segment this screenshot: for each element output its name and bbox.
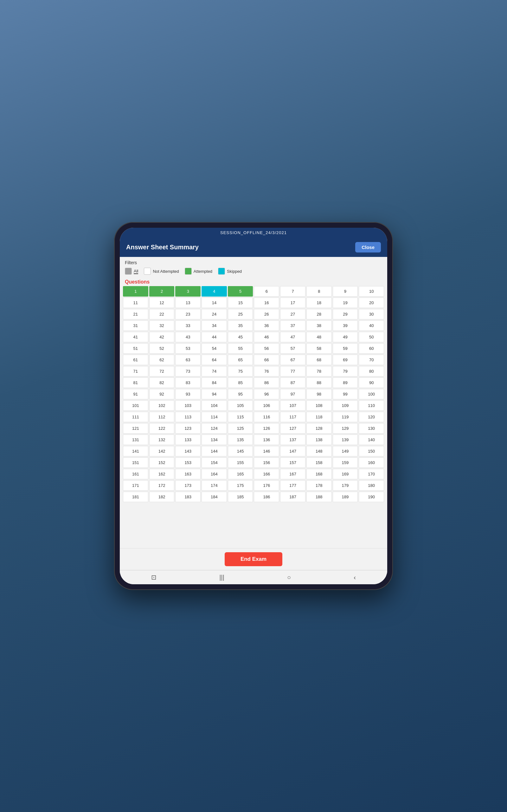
question-cell-97[interactable]: 97 [280, 389, 305, 399]
question-cell-141[interactable]: 141 [123, 446, 148, 456]
question-cell-1[interactable]: 1 [123, 286, 148, 297]
question-cell-157[interactable]: 157 [280, 457, 305, 468]
question-cell-113[interactable]: 113 [175, 412, 201, 422]
question-cell-49[interactable]: 49 [333, 332, 358, 342]
question-cell-5[interactable]: 5 [228, 286, 253, 297]
question-cell-2[interactable]: 2 [149, 286, 175, 297]
question-cell-51[interactable]: 51 [123, 343, 148, 354]
question-cell-64[interactable]: 64 [202, 355, 227, 365]
question-cell-56[interactable]: 56 [254, 343, 279, 354]
question-cell-11[interactable]: 11 [123, 298, 148, 308]
question-cell-44[interactable]: 44 [202, 332, 227, 342]
question-cell-66[interactable]: 66 [254, 355, 279, 365]
question-cell-87[interactable]: 87 [280, 377, 305, 388]
question-cell-117[interactable]: 117 [280, 412, 305, 422]
question-cell-107[interactable]: 107 [280, 400, 305, 411]
question-cell-190[interactable]: 190 [359, 492, 384, 502]
question-cell-95[interactable]: 95 [228, 389, 253, 399]
question-cell-159[interactable]: 159 [333, 457, 358, 468]
question-cell-29[interactable]: 29 [333, 309, 358, 319]
question-cell-6[interactable]: 6 [254, 286, 279, 297]
question-cell-180[interactable]: 180 [359, 480, 384, 491]
question-cell-111[interactable]: 111 [123, 412, 148, 422]
question-cell-167[interactable]: 167 [280, 469, 305, 479]
question-cell-172[interactable]: 172 [149, 480, 175, 491]
question-cell-104[interactable]: 104 [202, 400, 227, 411]
question-cell-50[interactable]: 50 [359, 332, 384, 342]
question-cell-31[interactable]: 31 [123, 320, 148, 331]
question-cell-171[interactable]: 171 [123, 480, 148, 491]
question-cell-88[interactable]: 88 [306, 377, 332, 388]
question-cell-65[interactable]: 65 [228, 355, 253, 365]
question-cell-73[interactable]: 73 [175, 366, 201, 376]
question-cell-15[interactable]: 15 [228, 298, 253, 308]
question-cell-142[interactable]: 142 [149, 446, 175, 456]
question-cell-149[interactable]: 149 [333, 446, 358, 456]
question-cell-46[interactable]: 46 [254, 332, 279, 342]
question-cell-25[interactable]: 25 [228, 309, 253, 319]
question-cell-145[interactable]: 145 [228, 446, 253, 456]
nav-home-icon[interactable]: ○ [287, 574, 291, 581]
question-cell-90[interactable]: 90 [359, 377, 384, 388]
question-cell-38[interactable]: 38 [306, 320, 332, 331]
question-cell-55[interactable]: 55 [228, 343, 253, 354]
filter-all[interactable]: All [125, 268, 138, 275]
question-cell-4[interactable]: 4 [202, 286, 227, 297]
question-cell-131[interactable]: 131 [123, 435, 148, 445]
question-cell-99[interactable]: 99 [333, 389, 358, 399]
question-cell-189[interactable]: 189 [333, 492, 358, 502]
question-cell-52[interactable]: 52 [149, 343, 175, 354]
question-cell-156[interactable]: 156 [254, 457, 279, 468]
question-cell-186[interactable]: 186 [254, 492, 279, 502]
question-cell-62[interactable]: 62 [149, 355, 175, 365]
question-cell-85[interactable]: 85 [228, 377, 253, 388]
question-cell-181[interactable]: 181 [123, 492, 148, 502]
question-cell-166[interactable]: 166 [254, 469, 279, 479]
question-cell-140[interactable]: 140 [359, 435, 384, 445]
question-cell-183[interactable]: 183 [175, 492, 201, 502]
question-cell-28[interactable]: 28 [306, 309, 332, 319]
question-cell-150[interactable]: 150 [359, 446, 384, 456]
question-cell-109[interactable]: 109 [333, 400, 358, 411]
question-cell-121[interactable]: 121 [123, 423, 148, 434]
question-cell-57[interactable]: 57 [280, 343, 305, 354]
question-cell-24[interactable]: 24 [202, 309, 227, 319]
question-cell-67[interactable]: 67 [280, 355, 305, 365]
question-cell-75[interactable]: 75 [228, 366, 253, 376]
question-cell-26[interactable]: 26 [254, 309, 279, 319]
question-cell-123[interactable]: 123 [175, 423, 201, 434]
question-cell-148[interactable]: 148 [306, 446, 332, 456]
question-cell-160[interactable]: 160 [359, 457, 384, 468]
question-cell-176[interactable]: 176 [254, 480, 279, 491]
question-cell-164[interactable]: 164 [202, 469, 227, 479]
question-cell-114[interactable]: 114 [202, 412, 227, 422]
question-cell-103[interactable]: 103 [175, 400, 201, 411]
question-cell-18[interactable]: 18 [306, 298, 332, 308]
question-cell-76[interactable]: 76 [254, 366, 279, 376]
question-cell-61[interactable]: 61 [123, 355, 148, 365]
question-cell-112[interactable]: 112 [149, 412, 175, 422]
question-cell-14[interactable]: 14 [202, 298, 227, 308]
question-cell-126[interactable]: 126 [254, 423, 279, 434]
question-cell-153[interactable]: 153 [175, 457, 201, 468]
question-cell-81[interactable]: 81 [123, 377, 148, 388]
question-cell-47[interactable]: 47 [280, 332, 305, 342]
question-cell-21[interactable]: 21 [123, 309, 148, 319]
question-cell-54[interactable]: 54 [202, 343, 227, 354]
question-cell-8[interactable]: 8 [306, 286, 332, 297]
question-cell-71[interactable]: 71 [123, 366, 148, 376]
question-cell-69[interactable]: 69 [333, 355, 358, 365]
question-cell-94[interactable]: 94 [202, 389, 227, 399]
question-cell-40[interactable]: 40 [359, 320, 384, 331]
question-cell-70[interactable]: 70 [359, 355, 384, 365]
question-cell-34[interactable]: 34 [202, 320, 227, 331]
question-cell-16[interactable]: 16 [254, 298, 279, 308]
question-cell-144[interactable]: 144 [202, 446, 227, 456]
question-cell-59[interactable]: 59 [333, 343, 358, 354]
question-cell-182[interactable]: 182 [149, 492, 175, 502]
question-cell-78[interactable]: 78 [306, 366, 332, 376]
question-cell-17[interactable]: 17 [280, 298, 305, 308]
question-cell-122[interactable]: 122 [149, 423, 175, 434]
question-cell-161[interactable]: 161 [123, 469, 148, 479]
question-cell-20[interactable]: 20 [359, 298, 384, 308]
